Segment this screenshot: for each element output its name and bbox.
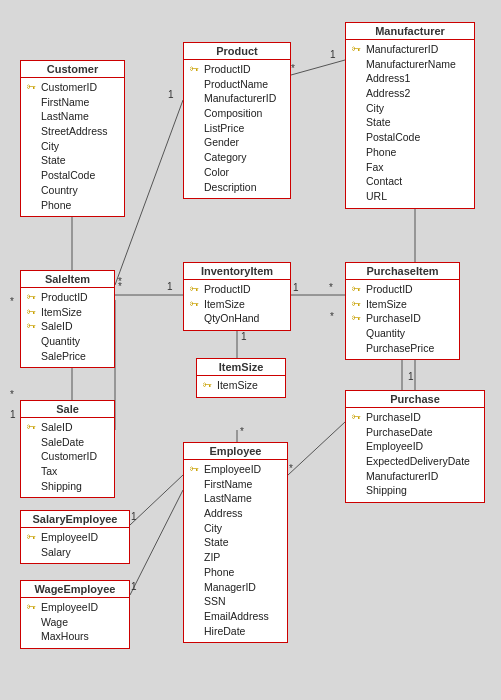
table-row: Phone bbox=[190, 565, 281, 580]
table-row: Salary bbox=[27, 545, 123, 560]
table-row: MaxHours bbox=[27, 629, 123, 644]
table-product-body: 🗝ProductIDProductNameManufacturerIDCompo… bbox=[184, 60, 290, 198]
table-inventoryitem-body: 🗝ProductID🗝ItemSizeQtyOnHand bbox=[184, 280, 290, 330]
field-name: ProductName bbox=[204, 77, 268, 92]
table-row: Address bbox=[190, 506, 281, 521]
field-name: SaleID bbox=[41, 420, 73, 435]
table-row: City bbox=[352, 101, 468, 116]
key-icon: 🗝 bbox=[27, 421, 39, 434]
table-row: 🗝PurchaseID bbox=[352, 311, 453, 326]
table-row: Country bbox=[27, 183, 118, 198]
svg-text:*: * bbox=[10, 296, 14, 307]
table-purchase-header: Purchase bbox=[346, 391, 484, 408]
field-name: City bbox=[204, 521, 222, 536]
svg-text:*: * bbox=[118, 281, 122, 292]
table-row: Shipping bbox=[27, 479, 108, 494]
key-icon: 🗝 bbox=[352, 283, 364, 296]
table-row: Address2 bbox=[352, 86, 468, 101]
field-name: Address1 bbox=[366, 71, 410, 86]
field-name: ProductID bbox=[41, 290, 88, 305]
table-customer-header: Customer bbox=[21, 61, 124, 78]
field-name: EmployeeID bbox=[41, 600, 98, 615]
field-name: FirstName bbox=[204, 477, 252, 492]
table-inventoryitem-header: InventoryItem bbox=[184, 263, 290, 280]
field-name: SalePrice bbox=[41, 349, 86, 364]
table-row: URL bbox=[352, 189, 468, 204]
table-row: ZIP bbox=[190, 550, 281, 565]
table-row: Description bbox=[190, 180, 284, 195]
table-row: PurchasePrice bbox=[352, 341, 453, 356]
svg-text:1: 1 bbox=[293, 282, 299, 293]
field-name: LastName bbox=[204, 491, 252, 506]
field-name: ProductID bbox=[204, 62, 251, 77]
table-itemsize-header: ItemSize bbox=[197, 359, 285, 376]
table-row: Phone bbox=[352, 145, 468, 160]
key-icon: 🗝 bbox=[352, 411, 364, 424]
key-icon: 🗝 bbox=[27, 601, 39, 614]
field-name: ManufacturerID bbox=[366, 42, 438, 57]
key-icon: 🗝 bbox=[190, 63, 202, 76]
field-name: ManufacturerName bbox=[366, 57, 456, 72]
field-name: ItemSize bbox=[41, 305, 82, 320]
svg-text:1: 1 bbox=[241, 331, 247, 342]
table-row: 🗝ManufacturerID bbox=[352, 42, 468, 57]
field-name: Category bbox=[204, 150, 247, 165]
field-name: Contact bbox=[366, 174, 402, 189]
svg-text:1: 1 bbox=[330, 49, 336, 60]
field-name: EmployeeID bbox=[41, 530, 98, 545]
svg-text:1: 1 bbox=[168, 89, 174, 100]
key-icon: 🗝 bbox=[352, 298, 364, 311]
table-row: 🗝EmployeeID bbox=[27, 600, 123, 615]
table-row: SaleDate bbox=[27, 435, 108, 450]
table-row: Composition bbox=[190, 106, 284, 121]
svg-text:*: * bbox=[10, 389, 14, 400]
field-name: Quantity bbox=[41, 334, 80, 349]
svg-text:*: * bbox=[118, 276, 122, 287]
table-row: 🗝SaleID bbox=[27, 319, 108, 334]
svg-text:*: * bbox=[330, 311, 334, 322]
field-name: StreetAddress bbox=[41, 124, 108, 139]
field-name: State bbox=[41, 153, 66, 168]
key-icon: 🗝 bbox=[27, 81, 39, 94]
field-name: Wage bbox=[41, 615, 68, 630]
key-icon: 🗝 bbox=[27, 306, 39, 319]
field-name: ItemSize bbox=[217, 378, 258, 393]
field-name: SaleDate bbox=[41, 435, 84, 450]
table-row: PostalCode bbox=[27, 168, 118, 183]
table-sale-header: Sale bbox=[21, 401, 114, 418]
field-name: PurchaseID bbox=[366, 311, 421, 326]
table-row: ManufacturerID bbox=[190, 91, 284, 106]
table-wageemployee-header: WageEmployee bbox=[21, 581, 129, 598]
table-sale: Sale🗝SaleIDSaleDateCustomerIDTaxShipping bbox=[20, 400, 115, 498]
table-row: Shipping bbox=[352, 483, 478, 498]
table-row: Phone bbox=[27, 198, 118, 213]
table-row: EmployeeID bbox=[352, 439, 478, 454]
table-row: 🗝EmployeeID bbox=[27, 530, 123, 545]
svg-line-7 bbox=[115, 100, 183, 285]
field-name: PurchaseDate bbox=[366, 425, 433, 440]
field-name: PostalCode bbox=[41, 168, 95, 183]
field-name: ManufacturerID bbox=[204, 91, 276, 106]
field-name: QtyOnHand bbox=[204, 311, 259, 326]
field-name: PurchaseID bbox=[366, 410, 421, 425]
field-name: Phone bbox=[366, 145, 396, 160]
field-name: Composition bbox=[204, 106, 262, 121]
table-row: 🗝CustomerID bbox=[27, 80, 118, 95]
table-row: Contact bbox=[352, 174, 468, 189]
key-icon: 🗝 bbox=[352, 43, 364, 56]
table-row: 🗝ItemSize bbox=[352, 297, 453, 312]
field-name: Shipping bbox=[366, 483, 407, 498]
table-manufacturer-body: 🗝ManufacturerIDManufacturerNameAddress1A… bbox=[346, 40, 474, 208]
field-name: SSN bbox=[204, 594, 226, 609]
table-inventoryitem: InventoryItem🗝ProductID🗝ItemSizeQtyOnHan… bbox=[183, 262, 291, 331]
field-name: EmailAddress bbox=[204, 609, 269, 624]
canvas: * 1 * 1 1 * 1 * 1 * 1 * 1 1 * * bbox=[0, 0, 501, 700]
svg-line-30 bbox=[130, 490, 183, 595]
table-row: 🗝ProductID bbox=[352, 282, 453, 297]
field-name: Salary bbox=[41, 545, 71, 560]
svg-text:1: 1 bbox=[131, 581, 137, 592]
key-icon: 🗝 bbox=[190, 283, 202, 296]
table-purchaseitem-header: PurchaseItem bbox=[346, 263, 459, 280]
table-row: PurchaseDate bbox=[352, 425, 478, 440]
table-row: ManagerID bbox=[190, 580, 281, 595]
